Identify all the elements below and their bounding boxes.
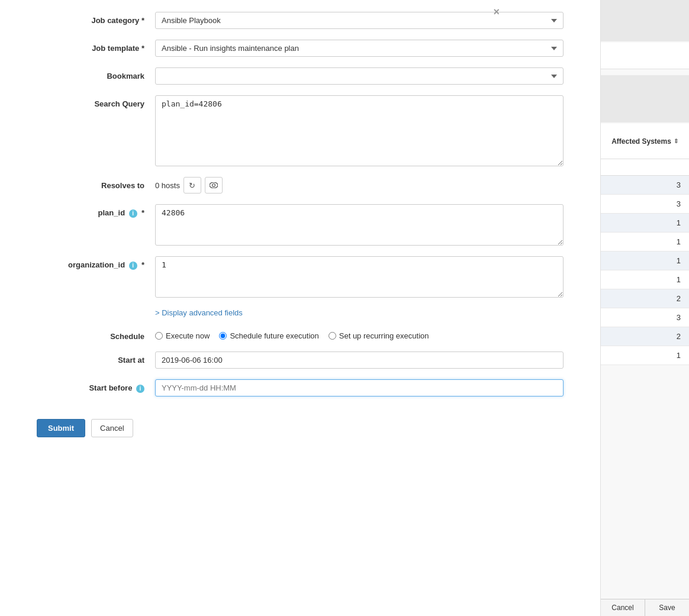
svg-point-0 [210,182,218,188]
submit-button[interactable]: Submit [37,419,85,437]
sidebar-numbers-section: 3 3 1 1 1 1 2 3 2 [601,176,689,599]
sidebar-row-8: 3 [601,308,689,327]
org-id-input[interactable]: 1 [155,256,564,298]
start-at-row: Start at 2019-06-06 16:00 [37,351,564,369]
schedule-recurring[interactable]: Set up recurring execution [329,331,429,340]
job-template-label: Job template * [37,40,155,53]
search-query-label: Search Query [37,95,155,108]
start-before-label: Start before i [37,379,155,393]
job-category-label: Job category * [37,12,155,25]
plan-id-label: plan_id i * [37,204,155,218]
close-button[interactable]: × [493,6,500,18]
eye-icon [210,182,218,188]
sidebar-row-5: 1 [601,251,689,270]
search-query-row: Search Query plan_id=42806 [37,95,564,166]
org-id-info-icon[interactable]: i [129,262,137,270]
job-category-select[interactable]: Ansible Playbook [155,12,564,29]
schedule-options: Execute now Schedule future execution Se… [155,328,429,340]
resolves-to-label: Resolves to [37,177,155,190]
advanced-fields-row: > Display advanced fields [37,308,564,317]
resolves-to-content: 0 hosts ↻ [155,177,223,193]
schedule-label: Schedule [37,328,155,341]
plan-id-input[interactable]: 42806 [155,204,564,246]
schedule-execute-now[interactable]: Execute now [155,331,210,340]
sidebar-row-4: 1 [601,233,689,251]
start-before-info-icon[interactable]: i [136,385,144,393]
plan-id-row: plan_id i * 42806 [37,204,564,246]
sidebar-footer: Cancel Save [601,599,689,616]
schedule-execute-now-label: Execute now [166,331,210,340]
sidebar-row-1: 3 [601,176,689,195]
start-at-label: Start at [37,351,155,365]
resolves-to-row: Resolves to 0 hosts ↻ [37,177,564,193]
sort-icon[interactable]: ⇕ [674,138,678,144]
affected-systems-header: Affected Systems ⇕ [601,124,689,159]
job-category-row: Job category * Ansible Playbook [37,12,564,29]
sidebar-search-input [601,43,689,69]
right-sidebar: Affected Systems ⇕ 3 3 1 1 1 1 [600,0,689,616]
affected-systems-label: Affected Systems [611,137,671,146]
job-template-select[interactable]: Ansible - Run insights maintenance plan [155,40,564,57]
sidebar-row-9: 2 [601,327,689,346]
search-query-input[interactable]: plan_id=42806 [155,95,564,166]
org-id-label: organization_id i * [37,256,155,270]
org-id-row: organization_id i * 1 [37,256,564,298]
start-at-input[interactable]: 2019-06-06 16:00 [155,351,564,369]
sidebar-top-block [601,0,689,41]
schedule-future-radio[interactable] [219,332,227,340]
start-before-row: Start before i [37,379,564,396]
preview-button[interactable] [205,177,223,193]
cancel-button-main[interactable]: Cancel [91,419,133,437]
job-template-row: Job template * Ansible - Run insights ma… [37,40,564,57]
schedule-row: Schedule Execute now Schedule future exe… [37,328,564,341]
sidebar-row-2: 3 [601,195,689,214]
sidebar-search-bar [601,159,689,176]
sidebar-save-button[interactable]: Save [645,599,689,616]
schedule-future[interactable]: Schedule future execution [219,331,318,340]
resolves-to-text: 0 hosts [155,181,180,190]
sidebar-row-3: 1 [601,214,689,233]
bookmark-row: Bookmark [37,67,564,85]
svg-point-1 [212,184,215,187]
schedule-recurring-radio[interactable] [329,332,336,340]
sidebar-cancel-button[interactable]: Cancel [601,599,645,616]
start-before-input[interactable] [155,379,564,396]
sidebar-row-7: 2 [601,289,689,308]
advanced-fields-link[interactable]: > Display advanced fields [155,308,243,317]
bottom-buttons: Submit Cancel [37,407,564,443]
bookmark-select[interactable] [155,67,564,85]
bookmark-label: Bookmark [37,67,155,80]
schedule-recurring-label: Set up recurring execution [339,331,429,340]
schedule-execute-now-radio[interactable] [155,332,163,340]
sidebar-row-10: 1 [601,346,689,365]
schedule-future-label: Schedule future execution [230,331,318,340]
plan-id-info-icon[interactable]: i [129,209,137,218]
sidebar-mid-block [601,75,689,122]
sidebar-row-6: 1 [601,270,689,289]
refresh-button[interactable]: ↻ [183,177,201,193]
